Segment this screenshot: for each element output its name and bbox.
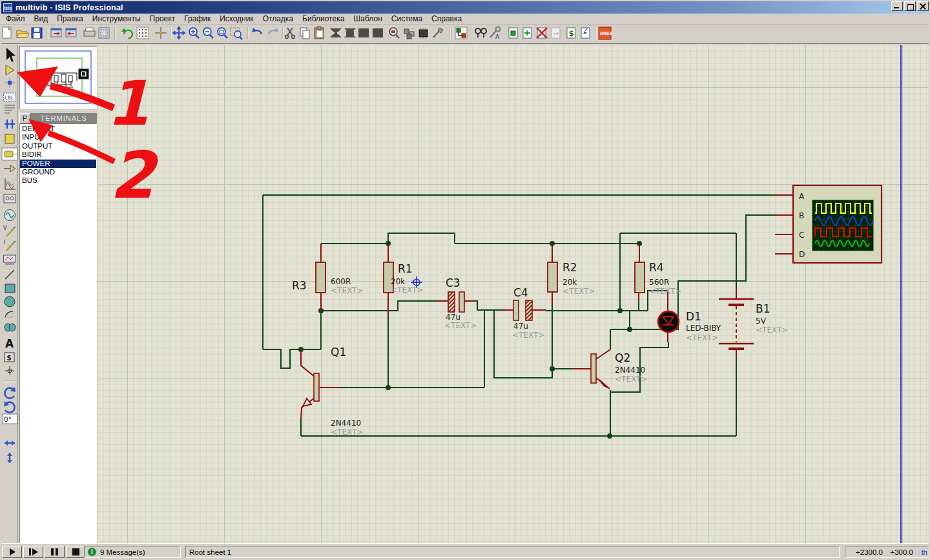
bus-mode-icon[interactable] (5, 119, 15, 129)
markers-icon[interactable] (5, 366, 14, 375)
current-probe-icon[interactable]: I (4, 240, 16, 251)
terminal-item-default[interactable]: DEFAULT (20, 125, 96, 133)
restore-button[interactable] (904, 1, 916, 11)
terminal-item-input[interactable]: INPUT (20, 133, 96, 141)
menu-Система[interactable]: Система (387, 14, 427, 24)
bill-of-materials-icon[interactable]: $ (567, 28, 575, 38)
rotate-cw-icon[interactable] (5, 387, 16, 399)
cut-icon[interactable] (285, 28, 295, 38)
pick-parts-icon[interactable] (389, 28, 399, 38)
flip-vertical-icon[interactable] (7, 453, 12, 463)
message-panel[interactable]: i 9 Message(s) (84, 546, 181, 558)
packaging-icon[interactable] (419, 28, 428, 39)
menu-График[interactable]: График (180, 14, 215, 24)
zoom-area-icon[interactable] (231, 28, 242, 39)
flip-horizontal-icon[interactable] (5, 441, 15, 446)
minimize-button[interactable] (891, 1, 903, 11)
svg-text:$: $ (569, 29, 574, 38)
redraw-icon[interactable] (121, 28, 132, 39)
voltage-probe-icon[interactable]: V (3, 225, 16, 236)
selection-mode-icon[interactable] (6, 48, 16, 62)
menu-Инструменты[interactable]: Инструменты (88, 14, 145, 24)
graphics-circle-icon[interactable] (5, 296, 15, 307)
undo-icon[interactable] (252, 28, 262, 34)
redo-icon[interactable] (269, 28, 278, 34)
pause-button[interactable] (45, 546, 65, 558)
play-button[interactable] (2, 546, 22, 558)
menu-Вид[interactable]: Вид (30, 14, 53, 24)
menu-Отладка[interactable]: Отладка (258, 14, 298, 24)
terminal-mode-icon[interactable] (2, 148, 17, 160)
junction-dot-icon[interactable] (5, 78, 15, 88)
paste-icon[interactable] (315, 26, 324, 39)
block-rotate-icon[interactable] (358, 28, 369, 37)
electrical-check-icon[interactable] (581, 28, 590, 38)
menu-Проект[interactable]: Проект (145, 14, 180, 24)
graphics-text-icon[interactable]: A (5, 337, 14, 350)
close-button[interactable] (917, 1, 929, 11)
subcircuit-mode-icon[interactable] (5, 134, 14, 143)
make-device-icon[interactable] (404, 29, 414, 39)
terminal-item-bus[interactable]: BUS (20, 176, 96, 185)
terminal-item-ground[interactable]: GROUND (20, 168, 96, 176)
menu-Библиотека[interactable]: Библиотека (298, 14, 349, 24)
svg-text:0°: 0° (4, 415, 12, 423)
menu-Исходник[interactable]: Исходник (215, 14, 258, 24)
wire-label-icon[interactable]: LBL (4, 93, 16, 101)
pick-devices-button[interactable]: P (19, 113, 30, 123)
virtual-instruments-icon[interactable] (4, 255, 16, 265)
text-script-icon[interactable] (5, 105, 15, 113)
grid-toggle-icon[interactable] (137, 27, 149, 39)
zoom-all-icon[interactable] (218, 28, 227, 38)
terminal-item-power[interactable]: POWER (20, 160, 96, 168)
search-tag-icon[interactable] (475, 28, 486, 37)
graphics-path-icon[interactable] (5, 324, 16, 331)
graphics-line-icon[interactable] (5, 270, 14, 279)
graph-mode-icon[interactable] (5, 178, 16, 189)
menu-Файл[interactable]: Файл (1, 14, 30, 24)
tape-recorder-icon[interactable] (4, 194, 16, 203)
graphics-box-icon[interactable] (5, 284, 15, 293)
terminal-item-bidir[interactable]: BIDIR (20, 150, 96, 159)
graphics-arc-icon[interactable] (5, 311, 13, 317)
schematic-canvas[interactable] (98, 45, 929, 543)
new-sheet-icon[interactable] (523, 28, 532, 38)
origin-icon[interactable] (155, 27, 167, 39)
generator-mode-icon[interactable] (5, 210, 16, 221)
save-design-icon[interactable] (32, 28, 42, 38)
overview-panel[interactable] (19, 47, 97, 109)
block-delete-icon[interactable] (373, 28, 383, 37)
remove-sheet-icon[interactable] (537, 28, 547, 38)
wire-autorouter-icon[interactable] (455, 27, 467, 39)
block-copy-icon[interactable] (330, 28, 342, 37)
open-design-icon[interactable] (17, 30, 29, 37)
step-button[interactable] (23, 546, 43, 558)
device-pin-mode-icon[interactable] (4, 165, 16, 172)
goto-sheet-icon[interactable] (552, 28, 560, 38)
zoom-in-icon[interactable] (189, 28, 199, 38)
graphics-symbol-icon[interactable]: S (5, 353, 14, 362)
property-assignment-icon[interactable]: A (490, 27, 501, 41)
menu-Справка[interactable]: Справка (427, 14, 466, 24)
new-design-icon[interactable] (3, 27, 11, 38)
rotate-angle-field[interactable]: 0° (3, 414, 17, 424)
zoom-out-icon[interactable] (203, 28, 213, 38)
terminal-item-output[interactable]: OUTPUT (20, 142, 96, 150)
design-explorer-icon[interactable] (509, 28, 517, 38)
import-section-icon[interactable] (51, 28, 61, 37)
pan-icon[interactable] (172, 26, 185, 39)
stop-button[interactable] (66, 546, 86, 558)
rotate-ccw-icon[interactable] (4, 401, 15, 413)
component-mode-icon[interactable] (6, 65, 14, 75)
print-icon[interactable] (84, 28, 95, 36)
object-selector-title: TERMINALS (30, 113, 97, 123)
menu-Правка[interactable]: Правка (52, 14, 88, 24)
export-section-icon[interactable] (66, 28, 76, 37)
object-selector-header: P TERMINALS (19, 113, 97, 123)
copy-icon[interactable] (300, 28, 309, 39)
mark-output-area-icon[interactable] (99, 28, 109, 38)
decompose-icon[interactable] (433, 28, 443, 37)
block-move-icon[interactable] (344, 28, 356, 37)
menu-Шаблон[interactable]: Шаблон (349, 14, 386, 24)
netlist-to-ares-icon[interactable]: ARES (599, 27, 612, 39)
